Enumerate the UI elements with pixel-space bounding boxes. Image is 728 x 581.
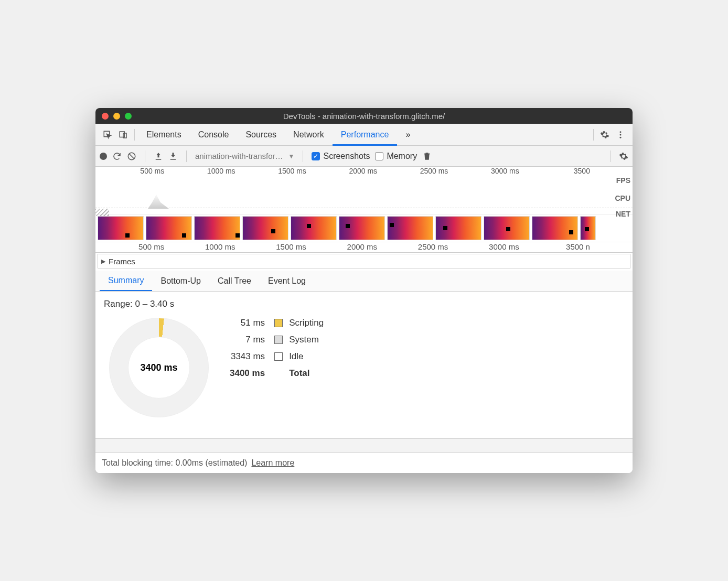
timeline-ruler[interactable]: 500 ms1000 ms1500 ms2000 ms2500 ms3000 m… xyxy=(95,242,633,253)
legend-swatch-idle xyxy=(274,352,283,361)
devtools-window: DevTools - animation-with-transform.glit… xyxy=(95,108,633,473)
overview-tick: 2000 ms xyxy=(349,167,379,175)
svg-point-5 xyxy=(620,136,622,138)
memory-label: Memory xyxy=(387,152,417,161)
screenshot-thumbnail[interactable] xyxy=(484,216,530,240)
legend-label: Total xyxy=(289,368,324,379)
frames-label: Frames xyxy=(109,257,135,266)
more-tabs-button[interactable]: » xyxy=(397,124,419,146)
separator xyxy=(303,150,303,162)
separator xyxy=(610,150,611,162)
reload-button[interactable] xyxy=(112,152,122,161)
timeline-tick: 3000 ms xyxy=(489,242,521,251)
timeline-tick: 1500 ms xyxy=(276,242,308,251)
capture-settings-icon[interactable] xyxy=(619,152,628,161)
cpu-lane-label: CPU xyxy=(615,194,630,202)
separator xyxy=(186,150,187,162)
devtools-tabstrip: ElementsConsoleSourcesNetworkPerformance… xyxy=(95,124,633,146)
maximize-window-button[interactable] xyxy=(125,113,132,120)
window-controls xyxy=(102,113,132,120)
detail-tab-event-log[interactable]: Event Log xyxy=(260,271,314,291)
detail-tab-bottom-up[interactable]: Bottom-Up xyxy=(152,271,209,291)
range-text: Range: 0 – 3.40 s xyxy=(104,299,624,309)
legend-swatch-scripting xyxy=(274,319,283,327)
save-profile-icon[interactable] xyxy=(168,152,178,161)
delete-profile-icon[interactable] xyxy=(422,152,432,161)
fps-lane-label: FPS xyxy=(616,176,630,185)
memory-checkbox[interactable]: Memory xyxy=(375,152,417,161)
summary-legend: 51 msScripting7 msSystem3343 msIdle3400 … xyxy=(230,318,324,379)
separator xyxy=(593,129,594,141)
timeline-tick: 2500 ms xyxy=(418,242,451,251)
detail-tab-summary[interactable]: Summary xyxy=(100,271,152,291)
donut-center-value: 3400 ms xyxy=(128,337,190,399)
overview-tick: 500 ms xyxy=(140,167,166,175)
svg-rect-1 xyxy=(120,132,124,137)
timeline-tick: 500 ms xyxy=(138,242,166,251)
load-profile-icon[interactable] xyxy=(154,152,163,161)
minimize-window-button[interactable] xyxy=(113,113,120,120)
screenshot-thumbnail[interactable] xyxy=(580,216,596,240)
select-chevron-icon: ▼ xyxy=(288,153,295,160)
svg-point-3 xyxy=(620,131,622,133)
screenshot-thumbnail[interactable] xyxy=(532,216,578,240)
legend-value: 51 ms xyxy=(230,318,268,328)
profile-select[interactable]: animation-with-transfor… xyxy=(195,152,283,160)
screenshot-thumbnail[interactable] xyxy=(387,216,433,240)
separator xyxy=(145,150,145,162)
device-toolbar-icon[interactable] xyxy=(115,127,131,143)
window-titlebar: DevTools - animation-with-transform.glit… xyxy=(95,108,633,124)
legend-label: System xyxy=(289,335,324,345)
tab-performance[interactable]: Performance xyxy=(333,124,398,146)
checkbox-icon xyxy=(312,152,320,160)
thumbnail-marker xyxy=(235,233,240,238)
screenshots-checkbox[interactable]: Screenshots xyxy=(312,152,370,161)
checkbox-icon xyxy=(375,152,383,160)
detail-tabstrip: SummaryBottom-UpCall TreeEvent Log xyxy=(95,271,633,292)
screenshot-thumbnail[interactable] xyxy=(339,216,385,240)
window-title: DevTools - animation-with-transform.glit… xyxy=(95,112,633,121)
inspect-element-icon[interactable] xyxy=(100,127,115,143)
screenshot-filmstrip[interactable] xyxy=(95,215,633,242)
net-lane-label: NET xyxy=(616,210,630,218)
screenshot-thumbnail[interactable] xyxy=(291,216,337,240)
thumbnail-marker xyxy=(506,227,510,231)
frames-track[interactable]: ▶ Frames xyxy=(98,254,630,268)
thumbnail-marker xyxy=(182,233,186,238)
legend-value: 7 ms xyxy=(230,335,268,345)
clear-button[interactable] xyxy=(127,152,136,161)
tab-sources[interactable]: Sources xyxy=(237,124,285,146)
cpu-activity-graph xyxy=(148,193,169,209)
expand-icon: ▶ xyxy=(101,258,105,265)
overview-tick: 3500 xyxy=(574,167,592,175)
thumbnail-marker xyxy=(443,226,447,230)
screenshot-thumbnail[interactable] xyxy=(242,216,288,240)
tab-console[interactable]: Console xyxy=(190,124,238,146)
footer-spacer xyxy=(95,438,633,453)
detail-tab-call-tree[interactable]: Call Tree xyxy=(209,271,260,291)
legend-label: Scripting xyxy=(289,318,324,328)
thumbnail-marker xyxy=(307,224,311,228)
svg-line-7 xyxy=(130,154,134,158)
learn-more-link[interactable]: Learn more xyxy=(251,458,294,468)
footer-bar: Total blocking time: 0.00ms (estimated) … xyxy=(95,453,633,473)
kebab-menu-icon[interactable] xyxy=(613,127,628,143)
screenshot-thumbnail[interactable] xyxy=(98,216,144,240)
screenshot-thumbnail[interactable] xyxy=(435,216,481,240)
record-button[interactable] xyxy=(100,153,107,160)
settings-icon[interactable] xyxy=(597,127,613,143)
thumbnail-marker xyxy=(585,227,589,231)
overview-tick: 1000 ms xyxy=(207,167,238,175)
tab-network[interactable]: Network xyxy=(285,124,333,146)
overview-pane[interactable]: 500 ms1000 ms1500 ms2000 ms2500 ms3000 m… xyxy=(95,167,633,215)
thumbnail-marker xyxy=(390,223,394,227)
legend-value: 3343 ms xyxy=(230,351,268,362)
thumbnail-marker xyxy=(346,224,350,228)
timeline-tick: 2000 ms xyxy=(347,242,380,251)
close-window-button[interactable] xyxy=(102,113,109,120)
tab-elements[interactable]: Elements xyxy=(138,124,190,146)
screenshot-thumbnail[interactable] xyxy=(194,216,240,240)
screenshot-thumbnail[interactable] xyxy=(146,216,192,240)
separator xyxy=(134,129,135,141)
screenshots-label: Screenshots xyxy=(323,152,370,161)
